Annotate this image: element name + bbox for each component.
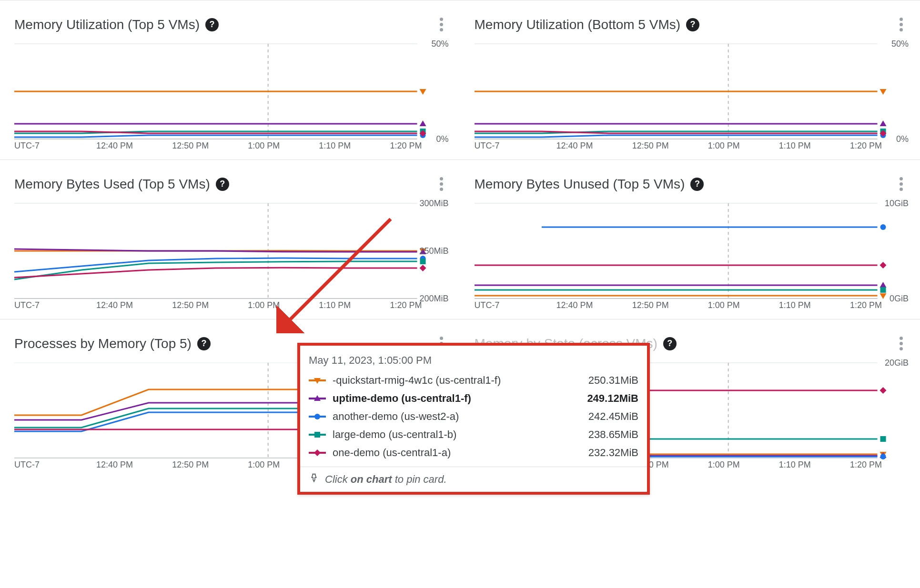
tooltip-series-value: 232.32MiB bbox=[567, 447, 638, 459]
y-tick-label: 250MiB bbox=[419, 246, 448, 256]
legend-swatch bbox=[309, 377, 326, 384]
x-tick: 1:10 PM bbox=[319, 141, 351, 151]
tooltip-row: another-demo (us-west2-a)242.45MiB bbox=[309, 408, 638, 426]
legend-swatch bbox=[309, 431, 326, 438]
x-axis: UTC-712:40 PM12:50 PM1:00 PM1:10 PM1:20 … bbox=[475, 139, 906, 159]
tooltip-footer: Click on chart to pin card. bbox=[300, 467, 647, 478]
x-tick: 1:00 PM bbox=[708, 141, 740, 151]
y-tick-label: 300MiB bbox=[419, 199, 448, 209]
x-tick: 1:00 PM bbox=[248, 141, 280, 151]
x-tick: 12:40 PM bbox=[556, 141, 593, 151]
help-icon[interactable]: ? bbox=[216, 178, 229, 191]
x-tick: 12:50 PM bbox=[172, 460, 209, 470]
y-tick-label: 20GiB bbox=[885, 358, 909, 368]
more-vert-icon[interactable] bbox=[897, 174, 906, 194]
x-tick: 12:50 PM bbox=[172, 300, 209, 310]
more-vert-icon[interactable] bbox=[437, 174, 446, 194]
tooltip-row: one-demo (us-central1-a)232.32MiB bbox=[309, 444, 638, 462]
tooltip-series-name: -quickstart-rmig-4w1c (us-central1-f) bbox=[333, 374, 560, 387]
x-tick: 12:40 PM bbox=[96, 300, 133, 310]
x-tick: 12:50 PM bbox=[172, 141, 209, 151]
panel-title: Memory Utilization (Top 5 VMs) bbox=[14, 17, 200, 32]
legend-swatch bbox=[309, 449, 326, 456]
tooltip-row: uptime-demo (us-central1-f)249.12MiB bbox=[309, 389, 638, 408]
help-icon[interactable]: ? bbox=[205, 18, 219, 31]
x-tick: 1:00 PM bbox=[708, 300, 740, 310]
x-tick: 12:50 PM bbox=[632, 300, 669, 310]
timezone-label: UTC-7 bbox=[14, 300, 57, 310]
tooltip-series-name: uptime-demo (us-central1-f) bbox=[333, 392, 560, 405]
y-tick-label: 0GiB bbox=[890, 294, 909, 304]
more-vert-icon[interactable] bbox=[897, 334, 906, 353]
x-axis: UTC-712:40 PM12:50 PM1:00 PM1:10 PM1:20 … bbox=[475, 299, 906, 319]
x-tick: 1:10 PM bbox=[319, 300, 351, 310]
x-tick: 1:00 PM bbox=[248, 300, 280, 310]
y-tick-label: 200MiB bbox=[419, 294, 448, 304]
chart-mem-unused-top[interactable]: 0GiB10GiB bbox=[475, 203, 906, 299]
y-tick-label: 50% bbox=[431, 39, 448, 49]
panel-mem-unused-top: Memory Bytes Unused (Top 5 VMs) ? 0GiB10… bbox=[460, 159, 920, 319]
x-axis: UTC-712:40 PM12:50 PM1:00 PM1:10 PM1:20 … bbox=[14, 299, 446, 319]
tooltip-row: -quickstart-rmig-4w1c (us-central1-f)250… bbox=[309, 371, 638, 389]
tooltip-series-value: 242.45MiB bbox=[567, 410, 638, 423]
tooltip-series-value: 250.31MiB bbox=[567, 374, 638, 387]
more-vert-icon[interactable] bbox=[897, 15, 906, 34]
tooltip-series-value: 249.12MiB bbox=[567, 392, 638, 405]
help-icon[interactable]: ? bbox=[197, 337, 211, 350]
tooltip-series-name: one-demo (us-central1-a) bbox=[333, 447, 560, 459]
x-tick: 1:10 PM bbox=[779, 141, 811, 151]
x-tick: 1:00 PM bbox=[248, 460, 280, 470]
help-icon[interactable]: ? bbox=[663, 337, 677, 350]
x-axis: UTC-712:40 PM12:50 PM1:00 PM1:10 PM1:20 … bbox=[14, 139, 446, 159]
x-tick: 1:20 PM bbox=[850, 141, 882, 151]
x-tick: 1:10 PM bbox=[779, 300, 811, 310]
tooltip-series-value: 238.65MiB bbox=[567, 429, 638, 441]
y-tick-label: 0% bbox=[896, 134, 909, 144]
pin-icon bbox=[309, 473, 319, 478]
x-tick: 12:40 PM bbox=[96, 460, 133, 470]
x-tick: 12:50 PM bbox=[632, 141, 669, 151]
timezone-label: UTC-7 bbox=[14, 460, 57, 470]
x-tick: 1:20 PM bbox=[390, 141, 422, 151]
panel-mem-util-bottom: Memory Utilization (Bottom 5 VMs) ? 0%50… bbox=[460, 0, 920, 159]
x-tick: 1:00 PM bbox=[708, 460, 740, 470]
legend-swatch bbox=[309, 413, 326, 420]
x-tick: 12:40 PM bbox=[556, 300, 593, 310]
x-tick: 1:20 PM bbox=[390, 300, 422, 310]
timezone-label: UTC-7 bbox=[475, 300, 517, 310]
panel-title: Memory Bytes Used (Top 5 VMs) bbox=[14, 177, 210, 192]
panel-title: Memory Bytes Unused (Top 5 VMs) bbox=[475, 177, 685, 192]
timezone-label: UTC-7 bbox=[14, 141, 57, 151]
help-icon[interactable]: ? bbox=[686, 18, 699, 31]
x-tick: 1:20 PM bbox=[850, 300, 882, 310]
x-tick: 1:10 PM bbox=[779, 460, 811, 470]
y-tick-label: 50% bbox=[891, 39, 909, 49]
y-tick-label: 10GiB bbox=[885, 199, 909, 209]
chart-mem-used-top[interactable]: 200MiB250MiB300MiB bbox=[14, 203, 446, 299]
tooltip-series-name: large-demo (us-central1-b) bbox=[333, 429, 560, 441]
tooltip-timestamp: May 11, 2023, 1:05:00 PM bbox=[309, 354, 638, 367]
panel-title: Memory Utilization (Bottom 5 VMs) bbox=[475, 17, 681, 32]
x-tick: 1:20 PM bbox=[850, 460, 882, 470]
help-icon[interactable]: ? bbox=[690, 178, 704, 191]
tooltip-rows: -quickstart-rmig-4w1c (us-central1-f)250… bbox=[309, 371, 638, 462]
tooltip-row: large-demo (us-central1-b)238.65MiB bbox=[309, 426, 638, 444]
panel-mem-used-top: Memory Bytes Used (Top 5 VMs) ? 200MiB25… bbox=[0, 159, 460, 319]
chart-tooltip: May 11, 2023, 1:05:00 PM -quickstart-rmi… bbox=[297, 343, 650, 478]
timezone-label: UTC-7 bbox=[475, 141, 517, 151]
chart-mem-util-bottom[interactable]: 0%50% bbox=[475, 44, 906, 139]
more-vert-icon[interactable] bbox=[437, 15, 446, 34]
tooltip-series-name: another-demo (us-west2-a) bbox=[333, 410, 560, 423]
chart-mem-util-top[interactable]: 0%50% bbox=[14, 44, 446, 139]
y-tick-label: 0% bbox=[436, 134, 448, 144]
panel-mem-util-top: Memory Utilization (Top 5 VMs) ? 0%50% U… bbox=[0, 0, 460, 159]
x-tick: 12:40 PM bbox=[96, 141, 133, 151]
panel-title: Processes by Memory (Top 5) bbox=[14, 336, 192, 351]
legend-swatch bbox=[309, 395, 326, 402]
